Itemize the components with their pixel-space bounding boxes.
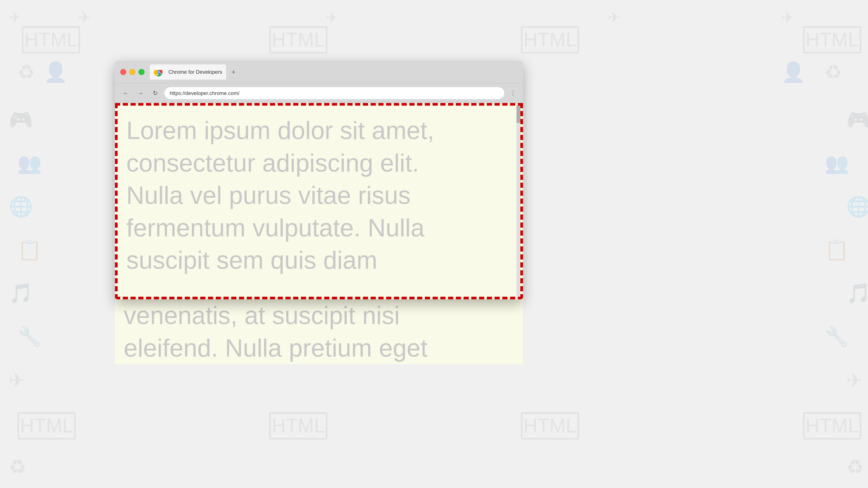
maximize-button[interactable] xyxy=(138,69,145,75)
browser-window: Chrome for Developers + ← → ↻ https://de… xyxy=(115,61,523,299)
lorem-text-block: Lorem ipsum dolor sit amet, consectetur … xyxy=(118,106,520,276)
forward-button[interactable]: → xyxy=(135,88,146,99)
scrollbar[interactable] xyxy=(517,106,520,297)
menu-button[interactable]: ⋮ xyxy=(508,89,518,98)
scrollbar-thumb[interactable] xyxy=(517,106,520,123)
address-bar[interactable]: https://developer.chrome.com/ xyxy=(164,87,504,99)
page-content: Lorem ipsum dolor sit amet, consectetur … xyxy=(115,103,523,299)
tab-title: Chrome for Developers xyxy=(168,69,222,75)
tab-area: Chrome for Developers + xyxy=(150,64,518,79)
url-display: https://developer.chrome.com/ xyxy=(170,90,240,96)
lorem-line-4: fermentum vulputate. Nulla xyxy=(126,214,425,241)
browser-tab[interactable]: Chrome for Developers xyxy=(150,64,226,79)
lorem-line-3: Nulla vel purus vitae risus xyxy=(126,181,410,209)
reload-button[interactable]: ↻ xyxy=(150,88,161,99)
lorem-line-5: suscipit sem quis diam xyxy=(126,246,377,274)
lorem-line-2: consectetur adipiscing elit. xyxy=(126,149,419,177)
chrome-favicon xyxy=(154,67,163,77)
below-fold-text-6: venenatis, at suscipit nisi eleifend. Nu… xyxy=(124,299,514,364)
new-tab-button[interactable]: + xyxy=(229,67,238,77)
title-bar: Chrome for Developers + xyxy=(115,61,523,84)
below-fold-content: venenatis, at suscipit nisi eleifend. Nu… xyxy=(115,299,523,364)
traffic-lights xyxy=(120,69,145,75)
back-button[interactable]: ← xyxy=(120,88,131,99)
minimize-button[interactable] xyxy=(129,69,135,75)
svg-point-4 xyxy=(158,71,159,73)
address-bar-row: ← → ↻ https://developer.chrome.com/ ⋮ xyxy=(115,84,523,103)
lorem-line-1: Lorem ipsum dolor sit amet, xyxy=(126,117,434,144)
close-button[interactable] xyxy=(120,69,126,75)
